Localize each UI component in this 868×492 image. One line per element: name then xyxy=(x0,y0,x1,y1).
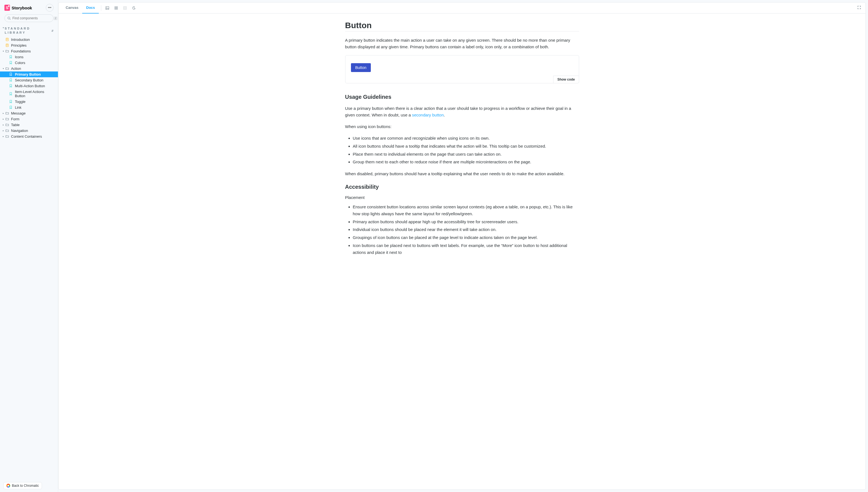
theme-toggle-icon[interactable] xyxy=(130,4,138,12)
tree-item-introduction[interactable]: Introduction xyxy=(0,37,58,43)
ellipsis-icon: ••• xyxy=(48,6,52,10)
main-panel: Canvas Docs xyxy=(58,2,866,490)
svg-point-0 xyxy=(8,17,10,19)
bookmark-icon xyxy=(9,92,13,96)
search-field[interactable]: / xyxy=(4,14,53,22)
document-icon xyxy=(5,43,9,47)
caret-right-icon: ▸ xyxy=(3,112,5,115)
svg-rect-13 xyxy=(117,8,118,9)
page-title: Button xyxy=(345,21,579,31)
demo-primary-button[interactable]: Button xyxy=(351,63,371,72)
tree-item-colors[interactable]: Colors xyxy=(0,60,58,66)
chevron-sort-icon[interactable]: ⇵ xyxy=(51,29,53,32)
bookmark-icon xyxy=(9,61,13,65)
sidebar-header: S Storybook ••• xyxy=(0,0,58,14)
sidebar-menu-button[interactable]: ••• xyxy=(46,4,53,11)
usage-paragraph-3: When disabled, primary buttons should ha… xyxy=(345,171,579,177)
storybook-logo-icon: S xyxy=(4,5,10,11)
svg-rect-11 xyxy=(117,7,118,8)
search-shortcut-hint: / xyxy=(54,17,57,20)
folder-icon xyxy=(5,123,9,127)
list-item: Groupings of icon buttons can be placed … xyxy=(353,234,579,241)
folder-icon xyxy=(5,129,9,132)
tab-docs[interactable]: Docs xyxy=(82,2,99,14)
accessibility-subheading: Placement xyxy=(345,195,579,200)
chromatic-logo-icon xyxy=(6,484,10,488)
svg-point-9 xyxy=(106,7,107,8)
usage-heading: Usage Guidelines xyxy=(345,94,579,100)
bookmark-icon xyxy=(9,100,13,103)
tree-item-message[interactable]: ▸ Message xyxy=(0,110,58,116)
list-item: Primary action buttons should appear hig… xyxy=(353,219,579,225)
bookmark-icon xyxy=(9,78,13,82)
sidebar: S Storybook ••• / ▾ STANDARD LIBRARY ⇵ xyxy=(0,0,58,492)
caret-down-icon: ▾ xyxy=(3,26,4,29)
doc-content[interactable]: Button A primary button indicates the ma… xyxy=(58,14,866,490)
list-item: Place them next to individual elements o… xyxy=(353,151,579,158)
tab-canvas[interactable]: Canvas xyxy=(62,2,82,14)
bookmark-icon xyxy=(9,72,13,76)
tree-item-multi-action-button[interactable]: Multi-Action Button xyxy=(0,83,58,89)
tree-item-action[interactable]: ▾ Action xyxy=(0,66,58,71)
usage-bullet-list: Use icons that are common and recognizab… xyxy=(345,135,579,166)
list-item: Individual icon buttons should be placed… xyxy=(353,226,579,233)
bookmark-icon xyxy=(9,105,13,109)
tree-item-navigation[interactable]: ▸ Navigation xyxy=(0,128,58,133)
bookmark-icon xyxy=(9,55,13,59)
nav-tree: Introduction Principles ▾ Foundations Ic… xyxy=(0,36,58,479)
list-item: Use icons that are common and recognizab… xyxy=(353,135,579,142)
svg-line-1 xyxy=(10,19,10,20)
usage-paragraph-2: When using icon buttons: xyxy=(345,123,579,130)
usage-paragraph-1: Use a primary button when there is a cle… xyxy=(345,105,579,118)
folder-icon xyxy=(5,111,9,115)
tree-item-icons[interactable]: Icons xyxy=(0,54,58,60)
section-header[interactable]: ▾ STANDARD LIBRARY ⇵ xyxy=(0,25,58,36)
svg-rect-10 xyxy=(115,7,116,8)
search-input[interactable] xyxy=(11,16,54,20)
tree-item-foundations[interactable]: ▾ Foundations xyxy=(0,48,58,54)
back-to-chromatic-button[interactable]: Back to Chromatic xyxy=(3,482,42,489)
list-item: Ensure consistent button locations acros… xyxy=(353,204,579,217)
tree-item-toggle[interactable]: Toggle xyxy=(0,99,58,104)
story-preview: Button Show code xyxy=(345,55,579,83)
tree-item-principles[interactable]: Principles xyxy=(0,43,58,48)
tree-item-primary-button[interactable]: Primary Button xyxy=(0,71,58,77)
tree-item-content-containers[interactable]: ▸ Content Containers xyxy=(0,133,58,139)
folder-icon xyxy=(5,134,9,138)
svg-rect-15 xyxy=(124,7,126,8)
svg-rect-12 xyxy=(115,8,116,9)
accessibility-heading: Accessibility xyxy=(345,184,579,190)
tree-item-form[interactable]: ▸ Form xyxy=(0,116,58,122)
grid-tool-icon[interactable] xyxy=(112,4,120,12)
bookmark-icon xyxy=(9,84,13,88)
tree-item-table[interactable]: ▸ Table xyxy=(0,122,58,128)
list-item: All icon buttons should have a tooltip t… xyxy=(353,143,579,150)
caret-down-icon: ▾ xyxy=(3,67,5,70)
folder-icon xyxy=(5,67,9,70)
document-icon xyxy=(5,38,9,41)
svg-rect-8 xyxy=(106,6,109,9)
tree-item-item-level-actions-button[interactable]: Item-Level Actions Button xyxy=(0,89,58,99)
caret-right-icon: ▸ xyxy=(3,124,5,126)
toolbar-separator xyxy=(101,5,101,11)
image-tool-icon[interactable] xyxy=(103,4,111,12)
fullscreen-button[interactable] xyxy=(856,4,862,11)
search-icon xyxy=(7,17,11,20)
caret-down-icon: ▾ xyxy=(3,50,5,52)
show-code-button[interactable]: Show code xyxy=(553,76,579,83)
intro-paragraph: A primary button indicates the main acti… xyxy=(345,37,579,50)
caret-right-icon: ▸ xyxy=(3,118,5,120)
tree-item-secondary-button[interactable]: Secondary Button xyxy=(0,77,58,83)
caret-right-icon: ▸ xyxy=(3,129,5,132)
secondary-button-link[interactable]: secondary button xyxy=(412,113,444,117)
accessibility-bullet-list: Ensure consistent button locations acros… xyxy=(345,204,579,256)
measure-tool-icon[interactable] xyxy=(121,4,129,12)
folder-icon xyxy=(5,117,9,121)
folder-icon xyxy=(5,49,9,53)
list-item: Group them next to each other to reduce … xyxy=(353,159,579,166)
brand-name: Storybook xyxy=(11,5,32,10)
tree-item-link[interactable]: Link xyxy=(0,104,58,110)
brand[interactable]: S Storybook xyxy=(4,5,32,11)
caret-right-icon: ▸ xyxy=(3,135,5,138)
toolbar: Canvas Docs xyxy=(58,2,866,14)
